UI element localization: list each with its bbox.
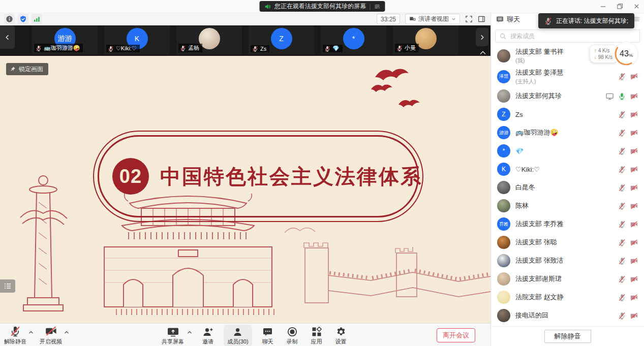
speaking-toast: 正在讲话: 法援支部何其珍; bbox=[538, 13, 634, 28]
fullscreen-button[interactable] bbox=[465, 15, 473, 23]
leave-meeting-button[interactable]: 离开会议 bbox=[437, 328, 475, 342]
avatar bbox=[497, 309, 510, 322]
members-button[interactable]: 成员(30) bbox=[224, 325, 252, 346]
member-name: 法援支部 张致洁 bbox=[515, 256, 564, 265]
record-button[interactable]: 录制 bbox=[284, 326, 301, 345]
close-button[interactable] bbox=[633, 3, 640, 10]
scroll-left-button[interactable] bbox=[0, 25, 15, 49]
apps-icon bbox=[312, 327, 322, 337]
security-shield-icon[interactable] bbox=[18, 14, 28, 24]
video-options-caret[interactable] bbox=[64, 331, 69, 334]
member-name: 法援支部 董书祥 bbox=[515, 47, 564, 56]
member-name: 白昆冬 bbox=[515, 183, 535, 192]
camera-off-icon bbox=[630, 221, 638, 228]
member-row[interactable]: 接电话的回 bbox=[491, 306, 644, 325]
mic-off-icon bbox=[618, 294, 626, 301]
avatar bbox=[497, 49, 510, 62]
restore-button[interactable] bbox=[617, 3, 623, 10]
member-row[interactable]: 乔雅法援支部 李乔雅 bbox=[491, 215, 644, 233]
avatar bbox=[497, 89, 510, 103]
mic-off-icon bbox=[252, 46, 258, 52]
mic-off-icon bbox=[10, 326, 21, 337]
network-stats-widget: ↑ 4 K/s ↓ 98 K/s 43% bbox=[590, 41, 639, 67]
tile-name-label: 💎 bbox=[323, 45, 343, 52]
member-row[interactable]: 法援支部 张聪 bbox=[491, 233, 644, 251]
member-row[interactable]: 法院支部 赵文静 bbox=[491, 288, 644, 306]
camera-off-icon bbox=[630, 275, 638, 283]
member-row[interactable]: 白昆冬 bbox=[491, 178, 644, 197]
chat-button[interactable]: 聊天 bbox=[259, 326, 277, 345]
member-status-icons bbox=[618, 202, 638, 210]
video-tile[interactable]: ZZs bbox=[249, 25, 314, 54]
settings-gear-icon bbox=[336, 327, 346, 337]
shared-screen-content: 锁定画面 02 中国特色社会主义法律体系 bbox=[0, 56, 490, 323]
camera-off-icon bbox=[630, 92, 638, 100]
banner-menu-icon[interactable] bbox=[374, 3, 380, 10]
layout-icon bbox=[409, 16, 416, 22]
settings-button[interactable]: 设置 bbox=[332, 326, 350, 345]
avatar bbox=[497, 236, 510, 249]
member-name: 法院支部 赵文静 bbox=[515, 293, 564, 302]
member-row[interactable]: 法援支部谢斯珺 bbox=[491, 270, 644, 288]
collapse-strip-button[interactable] bbox=[479, 50, 486, 55]
scroll-right-button[interactable] bbox=[476, 28, 488, 46]
mic-options-caret[interactable] bbox=[28, 331, 34, 334]
member-name: 法援支部 李乔雅 bbox=[515, 219, 564, 229]
control-bar: 解除静音 开启视频 共享屏幕 邀请 bbox=[0, 323, 490, 346]
mic-off-icon bbox=[618, 111, 626, 118]
minimize-button[interactable] bbox=[600, 3, 606, 10]
video-tile[interactable]: 孟杨 bbox=[176, 25, 242, 54]
pin-view-button[interactable]: 锁定画面 bbox=[6, 63, 48, 75]
member-status-icons bbox=[618, 73, 638, 80]
tile-name-label: 🚌珈羽游游🤪 bbox=[34, 44, 83, 52]
unmute-all-button[interactable]: 解除静音 bbox=[544, 330, 591, 343]
view-mode-dropdown[interactable]: 演讲者视图 bbox=[405, 14, 460, 24]
video-tile[interactable]: K♡Kiki:♡ bbox=[104, 25, 170, 54]
video-tile[interactable]: *💎 bbox=[321, 25, 386, 54]
mic-off-icon bbox=[396, 45, 403, 51]
member-row[interactable]: ZZs bbox=[491, 105, 644, 123]
member-row[interactable]: K♡Kiki:♡ bbox=[491, 160, 644, 178]
list-icon bbox=[4, 283, 11, 289]
share-screen-button[interactable]: 共享屏幕 bbox=[162, 326, 184, 345]
chat-tab[interactable]: 聊天 bbox=[507, 15, 520, 24]
video-tile[interactable]: 游游🚌珈羽游游🤪 bbox=[32, 25, 98, 54]
slide-title: 中国特色社会主义法律体系 bbox=[160, 163, 422, 191]
meeting-info-button[interactable] bbox=[4, 14, 15, 24]
network-signal-icon[interactable] bbox=[32, 14, 42, 24]
side-panel-toggle[interactable] bbox=[478, 15, 485, 23]
mic-off-icon bbox=[544, 17, 552, 25]
avatar: * bbox=[497, 144, 510, 158]
speaker-icon bbox=[264, 3, 271, 10]
search-input[interactable] bbox=[509, 32, 635, 40]
mic-off-icon bbox=[618, 166, 626, 173]
member-row[interactable]: 陈林 bbox=[491, 197, 644, 215]
member-status-icons bbox=[618, 184, 638, 192]
chevron-down-icon bbox=[451, 17, 456, 21]
camera-off-icon bbox=[630, 312, 638, 320]
video-tile[interactable]: 小曼 bbox=[393, 25, 458, 54]
agenda-tab-button[interactable] bbox=[0, 279, 15, 293]
member-row[interactable]: 法援支部 张致洁 bbox=[491, 251, 644, 270]
share-options-caret[interactable] bbox=[187, 331, 192, 334]
member-role: (我) bbox=[515, 57, 564, 65]
member-row[interactable]: 法援支部何其珍 bbox=[491, 87, 644, 105]
member-name: ♡Kiki:♡ bbox=[515, 166, 540, 173]
unmute-button[interactable]: 解除静音 bbox=[4, 326, 26, 345]
member-row[interactable]: 泽慧法援支部 姜泽慧(主持人) bbox=[491, 66, 644, 87]
panel-header: 聊天 正在讲话: 法援支部何其珍; bbox=[491, 13, 644, 26]
member-status-icons bbox=[618, 111, 638, 118]
member-status-icons bbox=[618, 147, 638, 155]
invite-button[interactable]: 邀请 bbox=[199, 326, 217, 345]
meeting-toolbar: 33:25 演讲者视图 bbox=[0, 13, 490, 25]
member-row[interactable]: *💎 bbox=[491, 142, 644, 160]
apps-button[interactable]: 应用 bbox=[308, 326, 325, 345]
upload-arrow-icon: ↑ bbox=[594, 48, 597, 53]
member-row[interactable]: 游游🚌珈羽游游🤪 bbox=[491, 123, 644, 142]
pin-icon bbox=[10, 66, 16, 72]
member-name: 💎 bbox=[515, 147, 524, 155]
start-video-button[interactable]: 开启视频 bbox=[40, 326, 62, 345]
record-icon bbox=[287, 327, 297, 337]
avatar: Z bbox=[271, 28, 292, 49]
birds-decoration bbox=[356, 65, 427, 121]
